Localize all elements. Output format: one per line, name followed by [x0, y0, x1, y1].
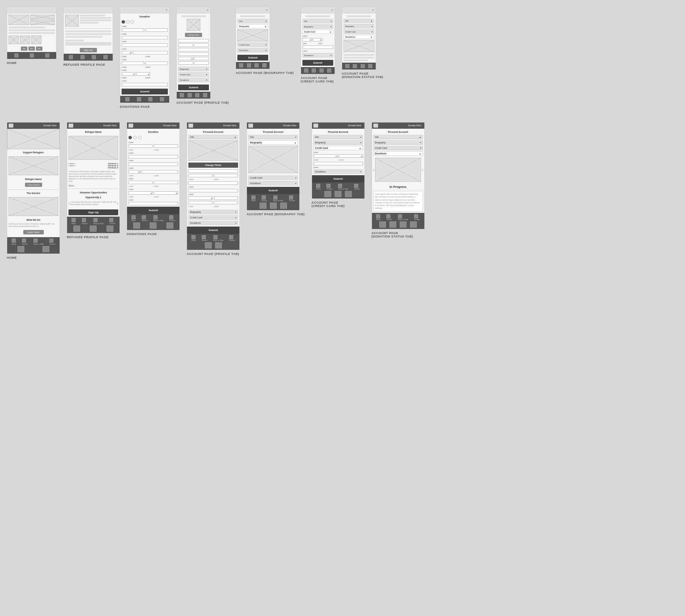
bap-inp1[interactable] — [188, 169, 238, 173]
bad-next-arrow[interactable]: › — [422, 168, 423, 172]
acc-input4[interactable] — [178, 48, 209, 51]
bap-submit[interactable]: Submit — [187, 227, 239, 234]
acc-input1[interactable] — [178, 39, 209, 42]
info-tab-don[interactable]: Info ▲ — [344, 19, 374, 23]
bd-drop2[interactable]: ▾ — [128, 191, 153, 195]
bap-inp4[interactable] — [188, 181, 238, 185]
bh-donate-btn[interactable]: Donate Now — [41, 124, 58, 127]
bap-inp5[interactable] — [188, 189, 238, 192]
biography-tab-don[interactable]: Biography ▾ — [344, 24, 374, 28]
don-dropdown3[interactable]: ▾ — [136, 72, 150, 76]
bab-info-tab[interactable]: Info ▾ — [248, 135, 298, 139]
bap-inp8[interactable] — [214, 201, 238, 204]
info-tab-cc[interactable]: Info ▾ — [302, 19, 333, 23]
bd-inp1[interactable] — [128, 144, 153, 148]
bap-don-tab[interactable]: Donations ▾ — [188, 221, 238, 225]
don-dropdown2[interactable]: ▾ — [122, 72, 135, 76]
acc-drop1[interactable]: ▾ — [178, 57, 194, 60]
bd-inp6[interactable] — [128, 181, 153, 184]
change-photo-btn[interactable]: Change Photo — [185, 33, 202, 37]
acc-input5[interactable] — [178, 52, 209, 56]
bad-prev-arrow[interactable]: ‹ — [373, 168, 374, 172]
br-more[interactable]: More... — [68, 184, 118, 187]
bd-inp7[interactable] — [154, 181, 178, 184]
br-donate-btn[interactable]: Donate Now — [101, 124, 118, 127]
bcc-drop1[interactable]: ▾ — [313, 154, 338, 158]
bad-cc-tab[interactable]: Credit Card ▾ — [373, 146, 423, 150]
bad-bio-tab[interactable]: Biography ▾ — [373, 140, 423, 145]
bcc-drop2[interactable]: ▾ — [339, 154, 363, 158]
bab-bio-tab[interactable]: Biography ▲ — [248, 140, 298, 145]
bd-donate-btn[interactable]: Donate Now — [161, 124, 178, 127]
acc-input8[interactable] — [194, 61, 209, 65]
br-prev-arrow[interactable]: ‹ — [68, 202, 70, 205]
top-don-submit[interactable]: Submit — [122, 89, 168, 94]
don-input4[interactable] — [122, 43, 168, 47]
top-btn3[interactable]: btn — [36, 47, 42, 51]
bap-change-photo[interactable]: Change Photo — [188, 163, 238, 168]
don-input3[interactable] — [122, 36, 168, 39]
don-input7[interactable] — [145, 62, 168, 65]
donations-tab-sm[interactable]: Donations ▾ — [178, 78, 209, 82]
bcc-inp1[interactable] — [313, 162, 363, 165]
bab-cc-tab[interactable]: Credit Card ▾ — [248, 176, 298, 180]
cc-tab-don[interactable]: Credit Card ▾ — [344, 29, 374, 34]
top-btn2[interactable]: btn — [28, 47, 35, 51]
bd-inp2[interactable] — [154, 144, 178, 148]
don-input5[interactable] — [133, 51, 168, 54]
don-input6[interactable] — [122, 62, 144, 65]
bd-inp4[interactable] — [128, 163, 178, 166]
credit-card-tab-sm[interactable]: Credit Card ▾ — [178, 72, 209, 77]
bd-submit[interactable]: Submit — [127, 207, 179, 214]
bab-donate-btn[interactable]: Donate Now — [281, 124, 298, 127]
bad-info-tab[interactable]: Info ▲ — [373, 135, 423, 139]
bab-don-tab[interactable]: Donations ▾ — [248, 181, 298, 185]
top-btn1[interactable]: btn — [21, 47, 27, 51]
biography-tab-sm[interactable]: Biography ▾ — [178, 67, 209, 71]
cc-tab-bio[interactable]: Credit Card ▾ — [237, 42, 268, 47]
bcc-donate-btn[interactable]: Donate Now — [346, 124, 363, 127]
cc-input1[interactable] — [302, 46, 333, 49]
cc-drop1[interactable]: ▾ — [302, 38, 312, 41]
acc-input6[interactable] — [194, 57, 209, 60]
br-next-arrow[interactable]: › — [117, 202, 118, 205]
bab-submit[interactable]: Submit — [247, 187, 299, 194]
bap-inp2[interactable] — [188, 174, 213, 177]
bap-cc-tab[interactable]: Credit Card ▾ — [188, 215, 238, 220]
donations-tab-don[interactable]: Donations ▲ — [344, 35, 374, 39]
don-input1[interactable] — [122, 28, 144, 32]
bad-don-tab[interactable]: Donations ▲ — [373, 151, 423, 156]
bap-info-tab[interactable]: Info ▲ — [188, 135, 238, 139]
bap-inp6[interactable] — [214, 196, 238, 200]
bh-learn-more[interactable]: Learn More — [23, 230, 44, 234]
bd-inp3[interactable] — [128, 155, 178, 158]
top-cc-submit[interactable]: Submit — [302, 60, 333, 66]
bd-inp8[interactable] — [128, 202, 178, 205]
bcc-cc-tab[interactable]: Credit Card ▲ — [313, 146, 363, 150]
signup-btn[interactable]: Sign-Up — [80, 48, 97, 52]
info-tab-bio[interactable]: Info ▾ — [237, 19, 268, 23]
bap-inp3[interactable] — [214, 174, 238, 177]
acc-input3[interactable] — [194, 43, 209, 47]
cc-tab-active[interactable]: Credit Card ▲ — [302, 30, 333, 34]
biography-tab-cc[interactable]: Biography ▾ — [302, 24, 333, 29]
cc-drop2[interactable]: ▾ — [313, 38, 322, 41]
acc-input2[interactable] — [178, 43, 193, 47]
don-dropdown1[interactable]: ▾ — [122, 51, 132, 54]
bd-inp5[interactable] — [141, 170, 178, 174]
don-input8[interactable] — [122, 83, 168, 86]
bcc-don-tab[interactable]: Donations ▾ — [313, 169, 363, 174]
donations-tab-bio[interactable]: Donations ▾ — [237, 48, 268, 52]
bap-donate-btn[interactable]: Donate Now — [221, 124, 238, 127]
bd-drop1[interactable]: ▾ — [128, 170, 140, 174]
bcc-submit[interactable]: Submit — [312, 175, 364, 182]
bd-drop3[interactable]: ▾ — [154, 191, 178, 195]
donations-tab-cc[interactable]: Donations ▾ — [302, 53, 333, 57]
bcc-info-tab[interactable]: Info ▾ — [313, 135, 363, 139]
top-acc-submit[interactable]: Submit — [178, 85, 209, 90]
bap-inp7[interactable] — [188, 201, 213, 204]
bap-drop1[interactable]: ▾ — [188, 196, 213, 200]
bad-donate-btn[interactable]: Donate Now — [406, 124, 423, 127]
bh-lorem-btn[interactable]: Lorem ipsum — [25, 183, 42, 187]
acc-input7[interactable] — [178, 61, 193, 65]
